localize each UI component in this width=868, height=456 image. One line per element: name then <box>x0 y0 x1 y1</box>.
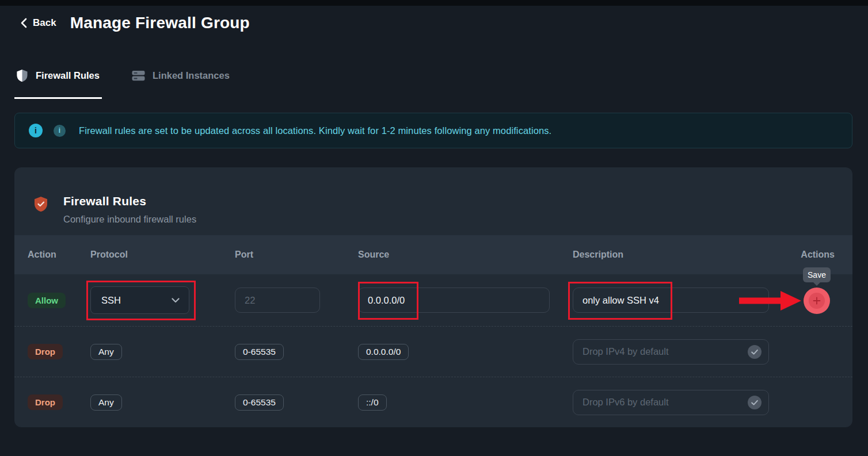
port-chip: 0-65535 <box>235 394 284 411</box>
protocol-selected-value: SSH <box>101 295 121 306</box>
check-circle-icon <box>747 344 762 359</box>
allow-badge: Allow <box>28 293 66 308</box>
new-rule-row: Allow SSH Save <box>14 274 852 326</box>
page-title: Manage Firewall Group <box>70 14 250 32</box>
window-top-strip <box>0 0 868 6</box>
source-cell: 0.0.0.0/0 <box>358 344 573 360</box>
port-cell: 0-65535 <box>235 394 358 411</box>
column-header-description: Description <box>573 250 783 260</box>
protocol-cell: SSH <box>90 286 235 314</box>
shield-icon <box>16 69 28 82</box>
port-cell <box>235 288 358 313</box>
description-input[interactable] <box>573 390 769 415</box>
shield-check-icon <box>33 196 48 212</box>
source-cell: ::/0 <box>358 394 573 411</box>
save-tooltip: Save <box>803 267 831 282</box>
chevron-left-icon <box>21 18 27 28</box>
page-header: Back Manage Firewall Group <box>0 6 868 32</box>
back-button[interactable]: Back <box>21 17 56 29</box>
protocol-cell: Any <box>90 394 235 411</box>
source-input[interactable] <box>358 288 550 313</box>
plus-icon <box>809 293 825 309</box>
action-cell: Drop <box>28 394 90 410</box>
banner-text: Firewall rules are set to be updated acr… <box>79 125 551 136</box>
action-cell: Allow <box>28 293 90 308</box>
protocol-chip: Any <box>90 344 122 360</box>
description-cell <box>573 339 783 365</box>
tab-label: Linked Instances <box>153 70 230 81</box>
server-icon <box>132 70 145 81</box>
back-label: Back <box>33 17 56 29</box>
tab-firewall-rules[interactable]: Firewall Rules <box>16 69 100 83</box>
card-subtitle: Configure inbound firewall rules <box>63 214 196 225</box>
info-banner: i i Firewall rules are set to be updated… <box>14 113 852 148</box>
drop-badge: Drop <box>28 394 63 410</box>
source-chip: ::/0 <box>358 394 387 411</box>
description-input[interactable] <box>573 288 769 313</box>
info-icon-secondary: i <box>54 125 66 137</box>
source-chip: 0.0.0.0/0 <box>358 344 409 360</box>
protocol-select[interactable]: SSH <box>90 286 189 314</box>
chevron-down-icon <box>172 298 180 303</box>
table-header-row: Action Protocol Port Source Description … <box>14 235 852 274</box>
column-header-protocol: Protocol <box>90 250 235 260</box>
description-input[interactable] <box>573 339 769 365</box>
tab-label: Firewall Rules <box>36 70 100 81</box>
source-cell <box>358 288 573 313</box>
column-header-actions: Actions <box>783 250 839 260</box>
column-header-source: Source <box>358 250 573 260</box>
firewall-rules-card: Firewall Rules Configure inbound firewal… <box>14 167 852 427</box>
port-input[interactable] <box>235 288 320 313</box>
description-cell <box>573 390 783 415</box>
card-title: Firewall Rules <box>63 194 196 208</box>
rule-row-ipv4: Drop Any 0-65535 0.0.0.0/0 <box>14 326 852 377</box>
port-chip: 0-65535 <box>235 344 284 360</box>
card-header: Firewall Rules Configure inbound firewal… <box>14 167 852 235</box>
drop-badge: Drop <box>28 344 63 359</box>
info-icon: i <box>29 124 43 137</box>
port-cell: 0-65535 <box>235 344 358 360</box>
protocol-chip: Any <box>90 394 122 411</box>
rule-row-ipv6: Drop Any 0-65535 ::/0 <box>14 377 852 427</box>
protocol-cell: Any <box>90 344 235 360</box>
column-header-port: Port <box>235 250 358 260</box>
tab-linked-instances[interactable]: Linked Instances <box>132 69 230 83</box>
action-cell: Drop <box>28 344 90 359</box>
description-cell <box>573 288 783 313</box>
tabs: Firewall Rules Linked Instances <box>0 69 868 83</box>
save-rule-button[interactable] <box>804 288 830 314</box>
check-circle-icon <box>747 395 762 410</box>
column-header-action: Action <box>28 250 90 260</box>
